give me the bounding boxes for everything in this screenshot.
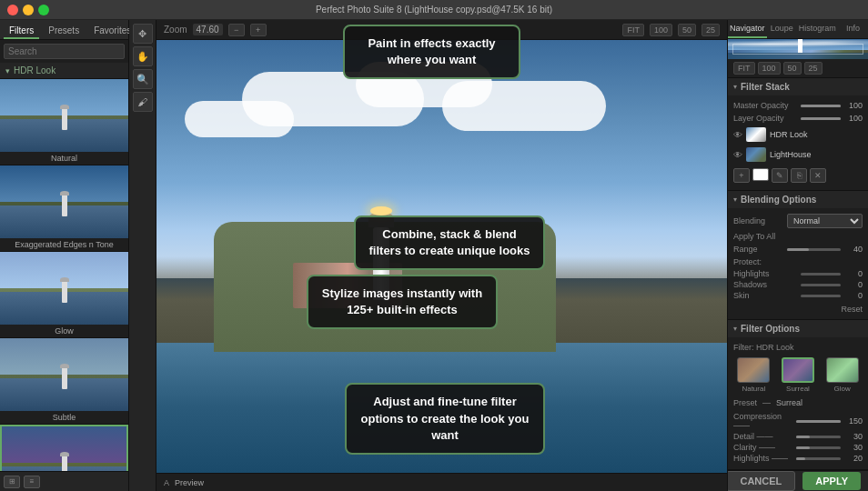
zoom-fit-btn[interactable]: FIT xyxy=(622,24,644,36)
shadows-protect-slider[interactable] xyxy=(801,284,841,286)
filter-preset-surreal[interactable]: Surreal xyxy=(782,357,814,393)
preset-item-surreal[interactable]: Surreal xyxy=(0,425,128,471)
minimize-button[interactable] xyxy=(23,5,34,15)
filter-thumb-hdr xyxy=(746,127,766,142)
zoom-100-btn[interactable]: 100 xyxy=(650,24,672,36)
detail-slider[interactable] xyxy=(796,436,841,438)
preset-item-subtle[interactable]: Subtle xyxy=(0,338,128,425)
master-opacity-label: Master Opacity xyxy=(733,101,797,110)
zoom-tool[interactable]: 🔍 xyxy=(133,69,153,89)
highlights-slider[interactable] xyxy=(796,457,841,460)
preset-item-glow[interactable]: Glow xyxy=(0,252,128,338)
title-bar: Perfect Photo Suite 8 (LightHouse copy.p… xyxy=(0,0,868,20)
panel-tabs: Navigator Loupe Histogram Info xyxy=(728,20,868,39)
skin-protect-slider[interactable] xyxy=(801,295,841,297)
range-row: Range 40 xyxy=(733,243,863,256)
sidebar-search-container xyxy=(0,40,128,63)
filter-preset-natural-label: Natural xyxy=(742,385,765,393)
color-swatch[interactable] xyxy=(752,168,769,181)
zoom-plus-btn[interactable]: + xyxy=(250,24,267,36)
sidebar-tab-filters[interactable]: Filters xyxy=(4,24,39,39)
main-canvas[interactable]: Zoom 47.60 − + FIT 100 50 25 xyxy=(156,20,727,491)
highlights-label: Highlights —— xyxy=(733,454,792,463)
layer-opacity-slider[interactable] xyxy=(801,117,841,120)
range-slider[interactable] xyxy=(787,248,841,251)
cancel-button[interactable]: CANCEL xyxy=(727,471,795,491)
close-button[interactable] xyxy=(7,5,18,15)
compression-slider[interactable] xyxy=(796,420,841,423)
action-bar: CANCEL APPLY xyxy=(728,470,868,491)
filter-preset-natural[interactable]: Natural xyxy=(737,357,770,393)
preset-item-natural[interactable]: Natural xyxy=(0,79,128,165)
tab-navigator[interactable]: Navigator xyxy=(728,20,767,38)
zoom-minus-btn[interactable]: − xyxy=(228,24,245,36)
move-tool[interactable]: ✥ xyxy=(133,24,153,44)
protect-section: Protect: Highlights 0 Shadows xyxy=(733,256,863,316)
sidebar-tab-presets[interactable]: Presets xyxy=(43,24,85,39)
apply-button[interactable]: APPLY xyxy=(802,472,861,490)
highlights-value: 20 xyxy=(844,454,863,463)
nav-controls: FIT 100 50 25 xyxy=(728,59,868,78)
maximize-button[interactable] xyxy=(38,5,49,15)
preset-item-exaggerated[interactable]: Exaggerated Edges n Tone xyxy=(0,165,128,252)
blending-row: Blending Normal xyxy=(733,212,863,230)
preset-value-row: Preset — Surreal xyxy=(733,396,863,409)
sidebar-list-btn[interactable]: ≡ xyxy=(24,476,40,488)
reset-button[interactable]: Reset xyxy=(841,305,863,314)
blending-options-label: Blending Options xyxy=(741,195,816,205)
master-opacity-slider[interactable] xyxy=(801,105,841,107)
filter-options-label: Filter Options xyxy=(741,324,800,334)
nav-50-btn[interactable]: 50 xyxy=(783,62,802,75)
preset-row-label: Preset xyxy=(733,398,757,407)
filter-label-hdr[interactable]: HDR Look xyxy=(770,130,863,139)
tab-histogram[interactable]: Histogram xyxy=(797,20,838,38)
hand-tool[interactable]: ✋ xyxy=(133,46,153,66)
filter-preset-glow[interactable]: Glow xyxy=(826,357,859,393)
search-input[interactable] xyxy=(4,44,125,59)
preset-category[interactable]: HDR Look xyxy=(0,63,128,79)
highlights-protect-slider[interactable] xyxy=(801,273,841,276)
blending-select[interactable]: Normal xyxy=(787,214,863,228)
content-area: Filters Presets Favorites HDR Look xyxy=(0,20,868,491)
paint-tool[interactable]: 🖌 xyxy=(133,92,153,112)
preset-label-natural: Natural xyxy=(0,152,128,165)
filter-options-header[interactable]: ▾ Filter Options xyxy=(728,320,868,337)
preset-thumbnail-exaggerated xyxy=(0,165,128,238)
zoom-50-btn[interactable]: 50 xyxy=(678,24,696,36)
tab-loupe[interactable]: Loupe xyxy=(767,20,797,38)
clarity-slider[interactable] xyxy=(796,446,841,449)
filter-preset-thumbs: Natural Surreal Glow xyxy=(733,354,863,396)
master-opacity-row: Master Opacity 100 xyxy=(733,99,863,112)
detail-value: 30 xyxy=(844,432,863,441)
navigator-viewport[interactable] xyxy=(732,44,863,55)
filter-label-lighthouse[interactable]: LightHouse xyxy=(770,150,863,159)
range-label: Range xyxy=(733,245,783,254)
filter-stack-header[interactable]: ▾ Filter Stack xyxy=(728,78,868,95)
filter-add-btn[interactable]: + xyxy=(733,168,750,183)
nav-fit-btn[interactable]: FIT xyxy=(733,62,755,75)
filter-eye-lighthouse[interactable]: 👁 xyxy=(733,150,742,160)
zoom-25-btn[interactable]: 25 xyxy=(701,24,720,36)
filter-stack-content: Master Opacity 100 Layer Opacity 100 xyxy=(728,95,868,190)
blending-options-header[interactable]: ▾ Blending Options xyxy=(728,191,868,208)
shadows-protect-row: Shadows 0 xyxy=(733,279,863,290)
nav-25-btn[interactable]: 25 xyxy=(804,62,823,75)
sidebar-grid-btn[interactable]: ⊞ xyxy=(4,476,20,488)
callout-combine: Combine, stack & blend filters to create… xyxy=(354,215,545,270)
highlights-protect-label: Highlights xyxy=(733,269,797,278)
filter-stack-section: ▾ Filter Stack Master Opacity 100 Layer xyxy=(728,78,868,191)
layer-opacity-value: 100 xyxy=(844,114,863,123)
preview-letter: A xyxy=(164,478,169,487)
preset-list: Natural Exaggerated Edges n Tone xyxy=(0,79,128,471)
filter-copy-btn[interactable]: ⎘ xyxy=(791,168,807,183)
highlights-protect-value: 0 xyxy=(844,269,863,278)
filter-name-label: Filter: HDR Look xyxy=(733,343,794,352)
nav-100-btn[interactable]: 100 xyxy=(758,62,781,75)
filter-stack-arrow: ▾ xyxy=(733,83,737,91)
filter-eye-hdr[interactable]: 👁 xyxy=(733,130,742,140)
tab-info[interactable]: Info xyxy=(838,20,868,38)
filter-edit-btn[interactable]: ✎ xyxy=(772,168,788,183)
filter-delete-btn[interactable]: ✕ xyxy=(810,168,826,183)
preset-label-exaggerated: Exaggerated Edges n Tone xyxy=(0,238,128,251)
highlights-slider-row: Highlights —— 20 xyxy=(733,453,863,464)
